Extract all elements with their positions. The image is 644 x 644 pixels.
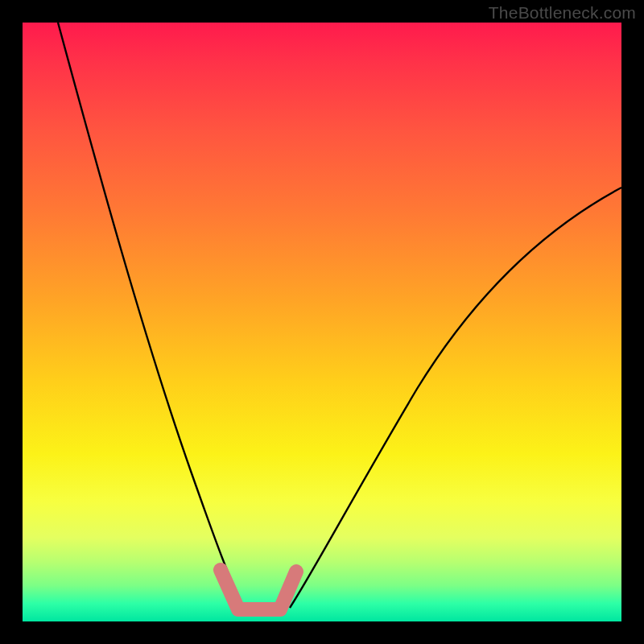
attribution-text: TheBottleneck.com bbox=[489, 3, 636, 23]
bottleneck-curve bbox=[23, 23, 621, 621]
plot-area bbox=[23, 23, 621, 621]
right-curve-path bbox=[290, 188, 621, 608]
bottom-flat-highlight bbox=[221, 570, 296, 609]
chart-frame: TheBottleneck.com bbox=[0, 0, 644, 644]
left-curve-path bbox=[58, 23, 244, 608]
